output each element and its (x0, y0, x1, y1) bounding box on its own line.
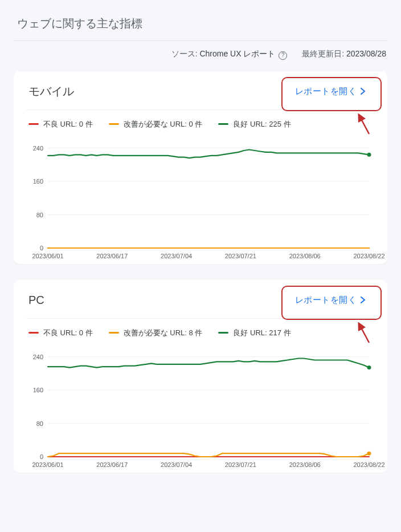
legend-item-good: 良好 URL: 225 件 (218, 119, 290, 129)
legend-label-need: 改善が必要な URL: 8 件 (124, 328, 203, 338)
legend-swatch-good (218, 332, 228, 334)
svg-text:160: 160 (33, 387, 43, 393)
legend-item-need: 改善が必要な URL: 8 件 (109, 328, 203, 338)
svg-text:2023/08/22: 2023/08/22 (353, 461, 384, 468)
card-title-mobile: モバイル (28, 84, 74, 99)
svg-text:0: 0 (40, 453, 43, 460)
svg-text:2023/07/21: 2023/07/21 (225, 461, 256, 468)
open-report-label: レポートを開く (295, 295, 357, 306)
svg-text:2023/06/01: 2023/06/01 (32, 461, 63, 468)
svg-text:2023/08/22: 2023/08/22 (353, 253, 384, 259)
svg-text:2023/08/06: 2023/08/06 (289, 461, 321, 468)
chart-mobile: 0801602402023/06/012023/06/172023/07/042… (26, 133, 375, 264)
svg-text:2023/07/21: 2023/07/21 (225, 253, 256, 259)
last-updated-value: 2023/08/28 (346, 49, 386, 58)
divider (14, 40, 387, 41)
svg-text:240: 240 (33, 353, 43, 360)
chart-pc: 0801602402023/06/012023/06/172023/07/042… (26, 342, 375, 473)
legend-label-bad: 不良 URL: 0 件 (43, 119, 93, 129)
legend-item-bad: 不良 URL: 0 件 (28, 119, 93, 129)
legend-item-good: 良好 URL: 217 件 (218, 328, 290, 338)
legend-label-good: 良好 URL: 225 件 (233, 119, 290, 129)
svg-text:2023/06/17: 2023/06/17 (96, 253, 128, 259)
svg-point-31 (367, 451, 371, 455)
open-report-label: レポートを開く (295, 86, 357, 97)
legend-label-need: 改善が必要な URL: 0 件 (124, 119, 203, 129)
legend-item-bad: 不良 URL: 0 件 (28, 328, 93, 338)
meta-row: ソース: Chrome UX レポート ? 最終更新日: 2023/08/28 (14, 49, 386, 60)
legend-swatch-bad (28, 332, 39, 334)
svg-text:80: 80 (36, 211, 43, 218)
legend-mobile: 不良 URL: 0 件 改善が必要な URL: 0 件 良好 URL: 225 … (14, 110, 387, 133)
svg-text:240: 240 (33, 144, 43, 151)
legend-pc: 不良 URL: 0 件 改善が必要な URL: 8 件 良好 URL: 217 … (14, 319, 387, 342)
legend-item-need: 改善が必要な URL: 0 件 (109, 119, 203, 129)
legend-swatch-need (109, 123, 119, 125)
chevron-right-icon (360, 88, 366, 95)
svg-text:2023/07/04: 2023/07/04 (161, 253, 192, 259)
open-report-button-pc[interactable]: レポートを開く (288, 290, 373, 310)
help-icon[interactable]: ? (279, 51, 287, 60)
legend-swatch-need (109, 332, 119, 334)
svg-text:80: 80 (36, 420, 43, 427)
source-value: Chrome UX レポート (199, 49, 275, 58)
svg-text:2023/08/06: 2023/08/06 (289, 253, 321, 259)
card-title-pc: PC (28, 294, 44, 307)
svg-text:2023/06/17: 2023/06/17 (96, 461, 128, 468)
legend-label-good: 良好 URL: 217 件 (233, 328, 290, 338)
svg-text:2023/07/04: 2023/07/04 (161, 461, 192, 468)
card-pc: PC レポートを開く 不良 URL: 0 件 改善が必要な URL: 8 件 良… (14, 280, 387, 473)
legend-label-bad: 不良 URL: 0 件 (43, 328, 93, 338)
card-mobile: モバイル レポートを開く 不良 URL: 0 件 改善が必要な URL: 0 件… (14, 71, 387, 264)
svg-text:0: 0 (40, 245, 43, 251)
svg-point-32 (367, 366, 371, 369)
svg-text:2023/06/01: 2023/06/01 (32, 253, 63, 259)
chevron-right-icon (360, 297, 366, 303)
legend-swatch-bad (28, 123, 39, 125)
open-report-button-mobile[interactable]: レポートを開く (288, 82, 373, 101)
svg-point-15 (367, 152, 371, 156)
legend-swatch-good (218, 123, 228, 125)
svg-text:160: 160 (33, 178, 43, 185)
source-label: ソース: (171, 49, 198, 58)
page-title: ウェブに関する主な指標 (17, 16, 387, 31)
last-updated-label: 最終更新日: (302, 49, 344, 58)
